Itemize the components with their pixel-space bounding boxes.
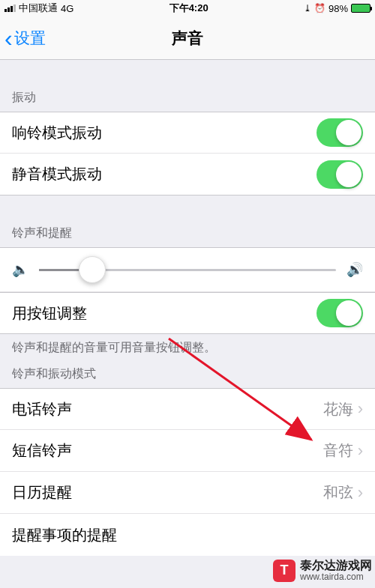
chevron-right-icon: › [358, 399, 363, 419]
battery-percent: 98% [328, 3, 348, 14]
watermark: T 泰尔达游戏网 www.tairda.com [273, 559, 372, 582]
row-label: 提醒事项的提醒 [12, 525, 117, 545]
watermark-name: 泰尔达游戏网 [300, 559, 372, 572]
row-label: 电话铃声 [12, 399, 72, 419]
toggle-change-with-buttons[interactable] [316, 299, 363, 327]
network-label: 4G [61, 3, 74, 14]
toggle-vibrate-on-ring[interactable] [316, 118, 363, 147]
row-ringer-volume: 🔈 🔊 [0, 247, 375, 292]
watermark-url: www.tairda.com [300, 572, 372, 582]
status-left: 中国联通 4G [4, 1, 74, 15]
row-label: 短信铃声 [12, 440, 72, 461]
page-title: 声音 [172, 28, 203, 49]
ringer-volume-slider[interactable] [39, 269, 336, 271]
group-vibration: 响铃模式振动 静音模式振动 [0, 112, 375, 196]
watermark-logo-icon: T [273, 560, 296, 582]
section-footer-ringer: 铃声和提醒的音量可用音量按钮调整。 [0, 334, 375, 362]
group-ringer: 用按钮调整 [0, 292, 375, 334]
section-header-ringer: 铃声和提醒 [0, 221, 375, 247]
status-time: 下午4:20 [170, 1, 208, 15]
row-ringtone[interactable]: 电话铃声 花海 › [0, 388, 375, 430]
status-right: ⤓ ⏰ 98% [304, 3, 370, 14]
alarm-icon: ⏰ [314, 3, 326, 13]
row-change-with-buttons: 用按钮调整 [0, 292, 375, 334]
carrier-label: 中国联通 [19, 1, 58, 15]
row-value: 和弦 [323, 482, 353, 503]
row-value: 花海 [323, 399, 353, 419]
row-reminder-alert[interactable]: 提醒事项的提醒 [0, 514, 375, 556]
chevron-right-icon: › [358, 441, 363, 461]
row-calendar-alert[interactable]: 日历提醒 和弦 › [0, 472, 375, 514]
row-vibrate-on-silent: 静音模式振动 [0, 154, 375, 196]
orientation-lock-icon: ⤓ [304, 3, 311, 13]
slider-thumb[interactable] [79, 256, 106, 283]
row-vibrate-on-ring: 响铃模式振动 [0, 112, 375, 154]
battery-icon [351, 4, 370, 13]
row-label: 日历提醒 [12, 482, 72, 503]
speaker-high-icon: 🔊 [346, 261, 363, 278]
speaker-low-icon: 🔈 [12, 261, 28, 278]
status-bar: 中国联通 4G 下午4:20 ⤓ ⏰ 98% [0, 0, 375, 16]
row-label: 静音模式振动 [12, 164, 102, 184]
back-label: 设置 [14, 28, 46, 49]
row-text-tone[interactable]: 短信铃声 音符 › [0, 430, 375, 472]
section-header-patterns: 铃声和振动模式 [0, 362, 375, 388]
signal-icon [4, 4, 16, 12]
section-header-vibration: 振动 [0, 85, 375, 112]
toggle-vibrate-on-silent[interactable] [316, 160, 363, 189]
row-label: 响铃模式振动 [12, 123, 102, 143]
back-button[interactable]: ‹ 设置 [4, 16, 46, 59]
chevron-right-icon: › [358, 483, 363, 503]
group-patterns: 电话铃声 花海 › 短信铃声 音符 › 日历提醒 和弦 › 提醒事项的提醒 [0, 388, 375, 556]
nav-bar: ‹ 设置 声音 [0, 16, 375, 60]
row-label: 用按钮调整 [12, 303, 87, 324]
row-value: 音符 [323, 440, 353, 461]
